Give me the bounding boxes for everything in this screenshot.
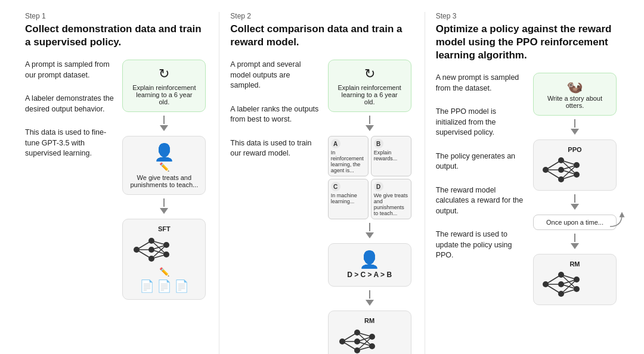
grid-label-c: C [331,182,340,191]
person-icon: 👤 [128,142,200,162]
step2-text-col: A prompt and several model outputs are s… [230,60,319,354]
arrow1 [160,116,168,132]
step3-diagram: 🦦 Write a story about otters. PPO [531,73,619,354]
step1-label: Step 1 [25,12,208,20]
step3-rm-label: RM [538,260,611,268]
grid-text-c: In machine learning... [331,192,366,204]
step3-text-col: A new prompt is sampled from the dataset… [436,73,525,354]
step1-text3: This data is used to fine-tune GPT-3.5 w… [25,128,114,159]
step3-text4: The reward model calculates a reward for… [436,185,525,217]
arrow4 [366,223,374,240]
grid-text-a: In reinforcement learning, the agent is.… [331,150,366,173]
step1-text-col: A prompt is sampled from our prompt data… [25,60,114,354]
arrow2 [160,198,168,215]
step2-text1: A prompt and several model outputs are s… [230,60,319,91]
step1-card1-text: Explain reinforcement learning to a 6 ye… [130,84,198,105]
step1-title: Collect demonstration data and train a s… [25,23,208,49]
arrow6 [571,119,579,136]
arrow8 [571,234,579,250]
doc-icon-3: 📄 [174,279,189,293]
grid-cell-d: D We give treats and punishments to teac… [371,179,411,219]
step3-title: Optimize a policy against the reward mod… [436,23,619,62]
step3-text2: The PPO model is initialized from the su… [436,107,525,138]
grid-label-b: B [374,139,383,148]
arrow5 [366,290,374,307]
step2-prompt-card: ↻ Explain reinforcement learning to a 6 … [328,60,411,112]
step3-ppo-label: PPO [538,146,611,153]
grid-cell-c: C In machine learning... [328,179,369,219]
doc-icon-1: 📄 [140,279,154,293]
sft-network-icon [128,235,175,265]
step1-content: A prompt is sampled from our prompt data… [25,60,208,354]
arrow7 [571,194,579,211]
grid-text-d: We give treats and punishments to teach.… [374,192,408,216]
step1-column: Step 1 Collect demonstration data and tr… [14,12,219,354]
step3-text1: A new prompt is sampled from the dataset… [436,73,525,94]
arrow3 [366,116,374,132]
step2-rm-card: RM [328,310,411,354]
step3-card1-text: Write a story about otters. [541,95,609,109]
recycle-icon: ↻ [130,66,198,82]
step3-prompt-card: 🦦 Write a story about otters. [533,73,617,116]
step2-text2: A labeler ranks the outputs from best to… [230,104,319,125]
step2-title: Collect comparison data and train a rewa… [230,23,413,49]
rm-network-icon2 [538,270,586,299]
step2-card1-text: Explain reinforcement learning to a 6 ye… [336,84,404,105]
step1-diagram: ↻ Explain reinforcement learning to a 6 … [120,60,208,354]
step2-labeler-card: 👤 D > C > A > B [328,243,411,287]
step1-card2-text: We give treats and punishments to teach.… [128,174,200,188]
step3-ppo-card: PPO [533,139,617,191]
step1-text2: A labeler demonstrates the desired outpu… [25,94,114,114]
doc-icon-2: 📄 [157,279,172,293]
step3-label: Step 3 [436,12,619,20]
step3-text5: The reward is used to update the policy … [436,229,525,261]
step2-rm-label: RM [333,317,406,324]
step3-content: A new prompt is sampled from the dataset… [436,73,619,354]
otter-icon: 🦦 [541,79,609,95]
step3-output-text: Once upon a time... [540,219,610,226]
person-icon2: 👤 [333,250,406,269]
grid-cell-b: B Explain rewards... [371,136,411,176]
step2-content: A prompt and several model outputs are s… [230,60,413,354]
step1-prompt-card: ↻ Explain reinforcement learning to a 6 … [122,60,206,112]
step3-rm-card: RM [533,254,617,305]
step1-labeler-card: 👤 ✏️ We give treats and punishments to t… [122,136,206,195]
main-container: Step 1 Collect demonstration data and tr… [0,0,644,354]
step2-diagram: ↻ Explain reinforcement learning to a 6 … [326,60,414,354]
step3-output-card: Once upon a time... [533,215,617,230]
grid-label-a: A [331,139,340,148]
rm-network-icon [333,327,381,354]
step2-text3: This data is used to train our reward mo… [230,138,319,159]
step3-column: Step 3 Optimize a policy against the rew… [425,12,630,354]
step3-text3: The policy generates an output. [436,151,525,172]
grid-cell-a: A In reinforcement learning, the agent i… [328,136,369,176]
step1-sft-label: SFT [128,225,200,232]
ppo-network-icon [538,156,586,184]
step1-text1: A prompt is sampled from our prompt data… [25,60,114,80]
docs-icons: 📄 📄 📄 [128,279,200,293]
feedback-arrow-icon [607,212,625,229]
step2-outputs-grid: A In reinforcement learning, the agent i… [328,136,411,219]
grid-text-b: Explain rewards... [374,150,408,162]
recycle-icon2: ↻ [336,66,404,82]
step1-sft-card: SFT [122,219,206,300]
step2-label: Step 2 [230,12,413,20]
step2-column: Step 2 Collect comparison data and train… [219,12,425,354]
grid-label-d: D [374,182,383,191]
step2-ranking1: D > C > A > B [333,271,406,279]
